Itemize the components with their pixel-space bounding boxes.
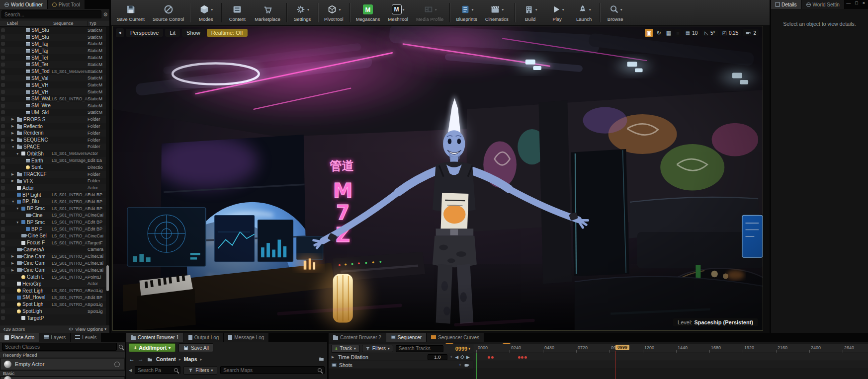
table-row[interactable]: Rect Ligh LS_S01_INTRO_AC1 RectLig: [0, 287, 109, 294]
visibility-icon[interactable]: [1, 289, 5, 293]
visibility-icon[interactable]: [1, 309, 5, 313]
visibility-icon[interactable]: [1, 76, 5, 80]
expand-arrow-icon[interactable]: [11, 261, 15, 265]
table-row[interactable]: BP Smc LS_S01_INTRO_AC1 Edit BP: [0, 205, 109, 212]
table-row[interactable]: SPACE Folder: [0, 144, 109, 151]
visibility-icon[interactable]: [1, 158, 5, 162]
content-button[interactable]: Content: [224, 0, 251, 25]
visibility-icon[interactable]: [1, 97, 5, 101]
panel-tab[interactable]: Message Log: [224, 333, 269, 342]
add-key-icon[interactable]: +: [450, 355, 452, 360]
table-row[interactable]: SM_Taj StaticM: [0, 47, 109, 54]
table-row[interactable]: SM_Wre StaticM: [0, 102, 109, 109]
visibility-icon[interactable]: [1, 49, 5, 53]
lane-shots[interactable]: [473, 361, 868, 369]
table-row[interactable]: SM_VH StaticM: [0, 88, 109, 95]
add-import-button[interactable]: + Add/Import ▾: [129, 343, 175, 352]
visibility-icon[interactable]: [1, 90, 5, 94]
panel-tab[interactable]: World Settin: [802, 0, 845, 9]
expand-arrow-icon[interactable]: [11, 179, 15, 183]
keyframe-dot[interactable]: [518, 356, 521, 359]
table-row[interactable]: BP Light LS_S01_INTRO_AC1 Edit BP: [0, 191, 109, 198]
view-options-button[interactable]: View Options ▾: [68, 326, 106, 332]
outliner-column-headers[interactable]: Label Sequence Typ: [0, 20, 109, 27]
visibility-icon[interactable]: [1, 247, 5, 251]
expand-arrow-icon[interactable]: [11, 172, 15, 176]
track-row-time-dilation[interactable]: Time Dilation 1.0 + ◀ ▶: [329, 353, 473, 361]
expand-arrow-icon[interactable]: [11, 145, 15, 149]
visibility-icon[interactable]: [1, 282, 5, 286]
maximize-button[interactable]: □: [855, 0, 858, 5]
visibility-icon[interactable]: [1, 179, 5, 183]
scrollbar[interactable]: [106, 27, 109, 325]
next-key-icon[interactable]: ▶: [466, 355, 470, 360]
list-icon[interactable]: ≡: [675, 29, 681, 37]
expand-arrow-icon[interactable]: [11, 138, 15, 142]
visibility-icon[interactable]: [1, 213, 5, 217]
table-row[interactable]: BP F LS_S01_INTRO_AC1 Edit BP: [0, 226, 109, 232]
section-header[interactable]: Recently Placed: [0, 352, 125, 358]
breadcrumb-content[interactable]: Content: [156, 356, 176, 362]
panel-tab[interactable]: Content Browser 1: [126, 333, 184, 342]
minimize-button[interactable]: —: [846, 0, 851, 5]
table-row[interactable]: TRACKEF Folder: [0, 171, 109, 178]
table-row[interactable]: Cine LS_S01_INTRO_AC1 CineCai: [0, 212, 109, 219]
visibility-icon[interactable]: [1, 70, 5, 74]
save-current-button[interactable]: Save Current: [113, 0, 149, 25]
keyframe-diamond-icon[interactable]: [460, 355, 464, 359]
visibility-icon[interactable]: [1, 35, 5, 39]
panel-tab[interactable]: Sequencer Curves: [427, 333, 484, 342]
table-row[interactable]: TargetP: [0, 314, 109, 321]
marketplace-button[interactable]: Marketplace: [251, 0, 284, 25]
search-classes-input[interactable]: [2, 343, 117, 351]
camera-icon[interactable]: [464, 362, 470, 368]
table-row[interactable]: SEQUENC Folder: [0, 137, 109, 144]
visibility-icon[interactable]: [1, 138, 5, 142]
table-row[interactable]: SM_Ter StaticM: [0, 61, 109, 68]
lane-time-dilation[interactable]: [473, 353, 868, 361]
table-row[interactable]: SM_Tel StaticM: [0, 54, 109, 61]
screens-icon[interactable]: ▦: [665, 29, 673, 37]
visibility-icon[interactable]: [1, 193, 5, 197]
prev-key-icon[interactable]: ◀: [455, 355, 458, 360]
play-button[interactable]: ▾ Play: [544, 0, 571, 25]
table-row[interactable]: SM_Stu StaticM: [0, 27, 109, 34]
table-row[interactable]: SM_Hovel LS_S01_INTRO_AC1 Edit BP: [0, 294, 109, 301]
visibility-icon[interactable]: [1, 172, 5, 176]
save-all-button[interactable]: Save All: [178, 343, 213, 352]
table-row[interactable]: BP Smc LS_S01_INTRO_AC1 Edit BP: [0, 219, 109, 226]
visibility-icon[interactable]: [1, 268, 5, 272]
pivottool-button[interactable]: ▾ PivotTool: [320, 0, 347, 25]
visibility-icon[interactable]: [1, 186, 5, 190]
search-assets-input[interactable]: [220, 366, 325, 374]
column-type[interactable]: Typ: [87, 21, 109, 26]
panel-tab[interactable]: Place Acto: [0, 333, 39, 342]
table-row[interactable]: Cine Cam LS_S01_INTRO_AC1 CineCai: [0, 267, 109, 274]
table-row[interactable]: Cine Cam LS_S01_INTRO_AC1 CineCai: [0, 260, 109, 267]
close-button[interactable]: ×: [863, 0, 865, 5]
toolbar-collapse-button[interactable]: ◀: [116, 28, 124, 37]
filters-button[interactable]: Filters ▾: [183, 366, 217, 375]
visibility-icon[interactable]: [1, 207, 5, 211]
table-row[interactable]: Renderin Folder: [0, 130, 109, 137]
grid-snap-control[interactable]: ▦ 10: [683, 30, 700, 36]
scale-snap-control[interactable]: ◰ 0.25: [720, 30, 741, 36]
visibility-icon[interactable]: [1, 200, 5, 204]
visibility-icon[interactable]: [1, 241, 5, 245]
table-row[interactable]: BP_Blu LS_S01_INTRO_AC1 Edit BP: [0, 198, 109, 205]
outliner-search-input[interactable]: [1, 10, 101, 18]
panel-tab[interactable]: Output Log: [184, 333, 224, 342]
visibility-icon[interactable]: [1, 165, 5, 169]
loop-icon[interactable]: ↻: [655, 29, 663, 37]
visibility-icon[interactable]: [1, 117, 5, 121]
visibility-icon[interactable]: [1, 145, 5, 149]
cinematics-button[interactable]: ▾ Cinematics: [481, 0, 513, 25]
outliner-settings-icon[interactable]: ⚙: [103, 12, 108, 17]
table-row[interactable]: SM_Stu StaticM: [0, 34, 109, 41]
visibility-icon[interactable]: [1, 124, 5, 128]
table-row[interactable]: SM_Val StaticM: [0, 75, 109, 82]
launch-button[interactable]: ▾ Launch: [571, 0, 598, 25]
expand-arrow-icon[interactable]: [16, 207, 20, 210]
column-label[interactable]: Label: [0, 21, 52, 26]
table-row[interactable]: SM_Tod LS_S01_Metaverse_ StaticM: [0, 68, 109, 75]
